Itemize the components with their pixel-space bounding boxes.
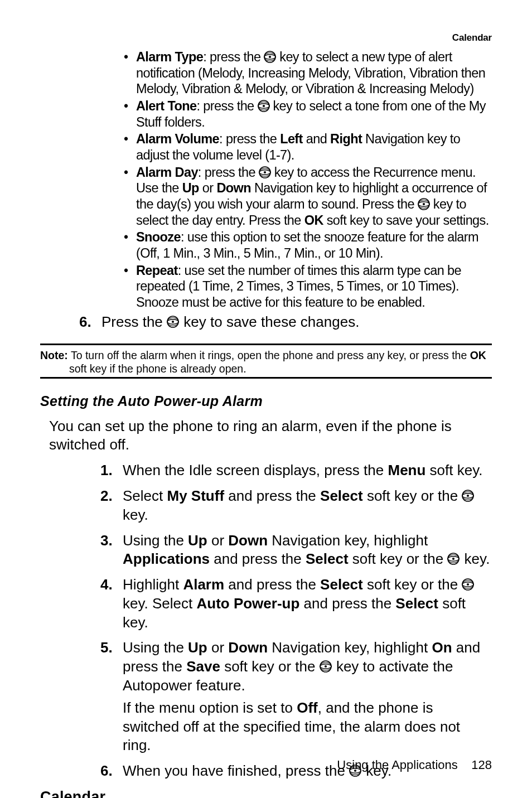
ok-key-icon bbox=[320, 660, 332, 673]
ok-key-icon bbox=[462, 578, 475, 591]
steps-list: When the Idle screen displays, press the… bbox=[40, 461, 492, 781]
running-header: Calendar bbox=[40, 32, 492, 43]
ok-key-icon bbox=[418, 198, 430, 210]
top-bullet-list: Alarm Type: press the key to select a ne… bbox=[40, 49, 492, 311]
key: Save bbox=[186, 658, 220, 675]
text: soft key or the bbox=[220, 658, 320, 675]
key: My Stuff bbox=[167, 487, 225, 504]
key: Off bbox=[297, 699, 318, 716]
page-footer: Using the Applications 128 bbox=[337, 758, 492, 772]
text: and press the bbox=[224, 487, 320, 504]
label: Alarm Volume bbox=[136, 132, 219, 146]
key: Left bbox=[280, 132, 303, 146]
text: and press the bbox=[224, 576, 320, 593]
key: Select bbox=[395, 595, 438, 612]
text: and bbox=[303, 132, 330, 146]
bullet-alarm-type: Alarm Type: press the key to select a ne… bbox=[124, 49, 492, 97]
footer-page: 128 bbox=[471, 758, 492, 772]
text: : use set the number of times this alarm… bbox=[136, 263, 461, 309]
label: Repeat bbox=[136, 263, 178, 278]
text: key. bbox=[123, 506, 148, 523]
step-number: 6. bbox=[79, 313, 101, 331]
text: If the menu option is set to bbox=[123, 699, 297, 716]
note-text: To turn off the alarm when it rings, ope… bbox=[68, 349, 470, 361]
note-block: Note: To turn off the alarm when it ring… bbox=[40, 349, 492, 376]
key: Select bbox=[320, 487, 363, 504]
text: soft key or the bbox=[363, 487, 462, 504]
key: Up bbox=[188, 639, 207, 656]
key: Down bbox=[216, 181, 251, 195]
ok-key-icon bbox=[447, 553, 460, 565]
section-lead: You can set up the phone to ring an alar… bbox=[40, 417, 492, 455]
bullet-repeat: Repeat: use set the number of times this… bbox=[124, 263, 492, 311]
text: : press the bbox=[203, 50, 264, 64]
key: Up bbox=[182, 181, 199, 195]
step-1: When the Idle screen displays, press the… bbox=[100, 461, 492, 480]
text: and press the bbox=[210, 550, 306, 567]
text: or bbox=[199, 181, 217, 195]
divider bbox=[40, 344, 492, 345]
bullet-alarm-volume: Alarm Volume: press the Left and Right N… bbox=[124, 131, 492, 163]
step-2: Select My Stuff and press the Select sof… bbox=[100, 487, 492, 525]
text: : press the bbox=[196, 99, 257, 113]
text: : press the bbox=[198, 165, 259, 180]
key: Auto Power-up bbox=[196, 595, 299, 612]
text: key. Select bbox=[123, 595, 196, 612]
text: soft key or the bbox=[363, 576, 462, 593]
step-3: Using the Up or Down Navigation key, hig… bbox=[100, 531, 492, 569]
step-4: Highlight Alarm and press the Select sof… bbox=[100, 575, 492, 632]
text: Using the bbox=[123, 639, 188, 656]
text: soft key to save your settings. bbox=[323, 213, 489, 228]
ok-key-icon bbox=[258, 100, 270, 112]
key: Down bbox=[228, 532, 268, 549]
footer-title: Using the Applications bbox=[337, 758, 457, 772]
text: key. bbox=[460, 550, 490, 567]
text: Select bbox=[123, 487, 167, 504]
bullet-snooze: Snooze: use this option to set the snooz… bbox=[124, 229, 492, 261]
key: Down bbox=[228, 639, 268, 656]
key: Select bbox=[320, 576, 363, 593]
key: Up bbox=[188, 532, 207, 549]
bullet-alarm-day: Alarm Day: press the key to access the R… bbox=[124, 165, 492, 229]
key: Select bbox=[306, 550, 349, 567]
text: Press the bbox=[101, 313, 167, 330]
text: or bbox=[207, 532, 229, 549]
text: : press the bbox=[219, 132, 280, 146]
text: or bbox=[207, 639, 229, 656]
key: Alarm bbox=[183, 576, 224, 593]
text: Navigation key, highlight bbox=[268, 532, 428, 549]
label: Alarm Day bbox=[136, 165, 198, 180]
section-heading-auto-powerup: Setting the Auto Power-up Alarm bbox=[40, 393, 492, 409]
label: Alert Tone bbox=[136, 99, 196, 113]
ok-key-icon bbox=[264, 51, 276, 63]
ok-key-icon bbox=[167, 316, 180, 328]
text: soft key. bbox=[425, 462, 482, 478]
key: On bbox=[432, 639, 452, 656]
label: Alarm Type bbox=[136, 50, 203, 64]
text: Navigation key, highlight bbox=[268, 639, 432, 656]
note-text: soft key if the phone is already open. bbox=[69, 362, 246, 375]
text: Highlight bbox=[123, 576, 183, 593]
bullet-alert-tone: Alert Tone: press the key to select a to… bbox=[124, 98, 492, 130]
step-6-top: 6. Press the key to save these changes. bbox=[79, 313, 492, 331]
key: Right bbox=[330, 132, 362, 146]
section-heading-calendar: Calendar bbox=[40, 789, 492, 798]
text: Using the bbox=[123, 532, 188, 549]
key: Applications bbox=[123, 550, 210, 567]
text: : use this option to set the snooze feat… bbox=[136, 230, 478, 260]
text: soft key or the bbox=[349, 550, 448, 567]
key: OK bbox=[470, 349, 486, 361]
ok-key-icon bbox=[462, 490, 475, 502]
key: OK bbox=[304, 213, 323, 228]
text: and press the bbox=[299, 595, 395, 612]
divider bbox=[40, 377, 492, 379]
key: Menu bbox=[388, 462, 425, 478]
label: Snooze bbox=[136, 230, 181, 244]
step-5: Using the Up or Down Navigation key, hig… bbox=[100, 639, 492, 755]
text: When you have finished, press the bbox=[123, 762, 349, 779]
text: When the Idle screen displays, press the bbox=[123, 462, 388, 478]
ok-key-icon bbox=[259, 166, 271, 178]
note-label: Note: bbox=[40, 349, 68, 361]
text: key to save these changes. bbox=[180, 313, 359, 330]
